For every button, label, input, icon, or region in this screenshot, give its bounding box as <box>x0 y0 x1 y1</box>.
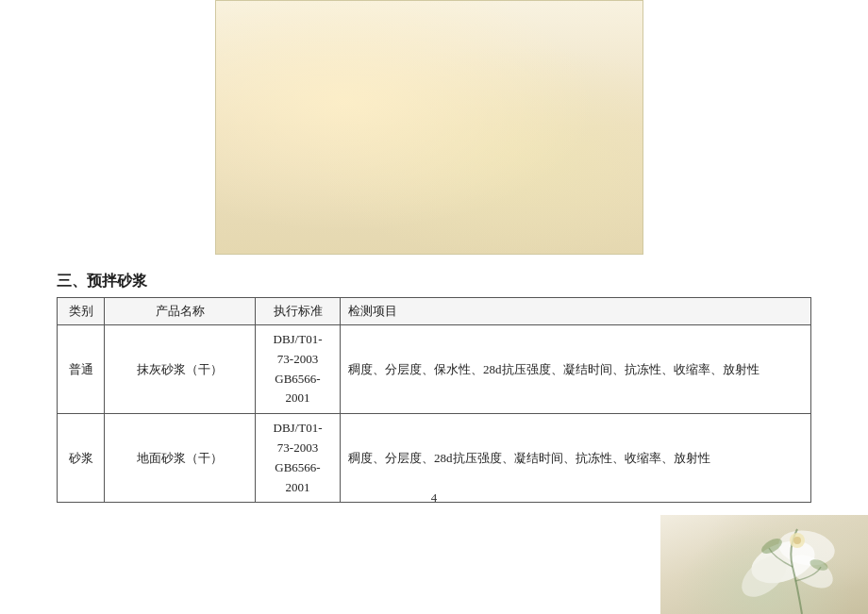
test-cell-1: 稠度、分层度、保水性、28d抗压强度、凝结时间、抗冻性、收缩率、放射性 <box>341 325 811 414</box>
product-cell-1: 抹灰砂浆（干） <box>105 325 256 414</box>
page-number: 4 <box>431 490 438 506</box>
header-category: 类别 <box>58 298 105 325</box>
flower-decoration <box>660 515 868 614</box>
standard-cell-2: DBJ/T01-73-2003GB6566-2001 <box>256 414 341 503</box>
section-title: 三、预拌砂浆 <box>57 272 147 291</box>
mortar-table: 类别 产品名称 执行标准 检测项目 普通 抹灰砂浆（干） DBJ/T01-73-… <box>57 297 811 503</box>
table-row: 普通 抹灰砂浆（干） DBJ/T01-73-2003GB6566-2001 稠度… <box>58 325 811 414</box>
bottom-decorative-image <box>660 515 868 614</box>
page: 三、预拌砂浆 类别 产品名称 执行标准 检测项目 普通 抹灰砂浆（干） DBJ/… <box>0 0 868 614</box>
table-row: 砂浆 地面砂浆（干） DBJ/T01-73-2003GB6566-2001 稠度… <box>58 414 811 503</box>
top-decorative-image <box>215 0 643 255</box>
table-header-row: 类别 产品名称 执行标准 检测项目 <box>58 298 811 325</box>
header-standard: 执行标准 <box>256 298 341 325</box>
category-cell-2: 砂浆 <box>58 414 105 503</box>
table-container: 类别 产品名称 执行标准 检测项目 普通 抹灰砂浆（干） DBJ/T01-73-… <box>57 297 811 503</box>
category-cell-1: 普通 <box>58 325 105 414</box>
svg-point-7 <box>793 537 801 544</box>
product-cell-2: 地面砂浆（干） <box>105 414 256 503</box>
header-product: 产品名称 <box>105 298 256 325</box>
standard-cell-1: DBJ/T01-73-2003GB6566-2001 <box>256 325 341 414</box>
header-test: 检测项目 <box>341 298 811 325</box>
test-cell-2: 稠度、分层度、28d抗压强度、凝结时间、抗冻性、收缩率、放射性 <box>341 414 811 503</box>
